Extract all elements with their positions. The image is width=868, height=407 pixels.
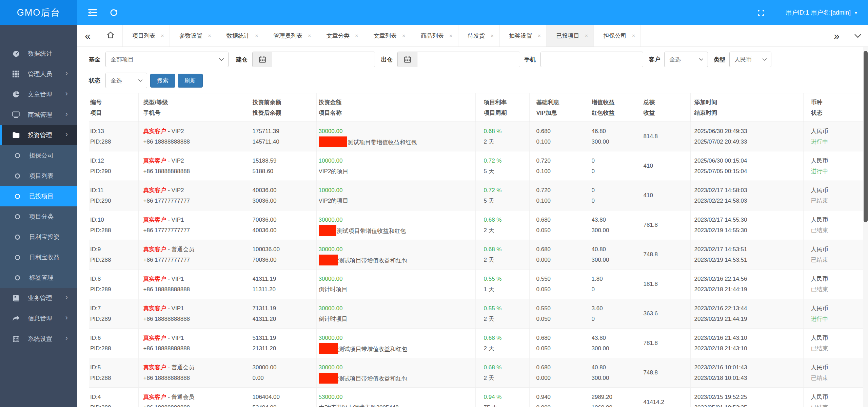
tab-2[interactable]: 数据统计× [217,25,264,47]
tab-close-icon[interactable]: × [491,33,494,39]
sidebar-item-14[interactable]: 系统设置› [0,329,77,349]
tab-7[interactable]: 待发货× [458,25,500,47]
sidebar-item-6[interactable]: 项目列表 [0,166,77,186]
sidebar-toggle-icon[interactable] [82,0,103,25]
tab-close-icon[interactable]: × [355,33,358,39]
circle-icon [14,214,21,220]
type-select[interactable]: 人民币 [729,52,771,67]
tab-5[interactable]: 文章列表× [364,25,411,47]
fullscreen-icon[interactable] [750,0,771,25]
tab-10[interactable]: 担保公司× [594,25,641,47]
sidebar-item-7[interactable]: 已投项目 [0,186,77,206]
sidebar-item-11[interactable]: 标签管理 [0,267,77,288]
sidebar-item-12[interactable]: 业务管理› [0,288,77,308]
sidebar-item-8[interactable]: 项目分类 [0,206,77,227]
cell-id: ID:9PID:288 [89,240,138,270]
column-header: 项目利率项目周期 [475,93,529,122]
sidebar-item-5[interactable]: 担保公司 [0,145,77,166]
tab-home[interactable] [98,25,123,47]
sidebar-item-3[interactable]: 商城管理› [0,105,77,125]
scrollbar-thumb[interactable] [864,51,868,222]
phone-input[interactable] [540,52,643,67]
topbar: GMO后台 用户ID:1 用户名:[admin] ▼ [0,0,868,25]
sidebar: 数据统计管理人员›文章管理›商城管理›投资管理›担保公司项目列表已投项目项目分类… [0,25,77,407]
cell-total-profit: 748.8 [638,240,690,270]
refresh-button[interactable]: 刷新 [178,74,203,88]
tab-9[interactable]: 已投项目× [547,25,594,47]
fund-select[interactable]: 全部项目 [105,52,229,67]
open-date-input[interactable] [272,52,375,67]
tab-4[interactable]: 文章分类× [317,25,364,47]
tab-close-icon[interactable]: × [208,33,211,39]
cell-balance: 15188.595188.60 [249,151,316,181]
filter-row-1: 基金 全部项目 建仓 出仓 [89,52,863,67]
close-date-group [397,52,520,67]
cell-currency-status: 人民币已结束 [803,210,863,240]
tab-close-icon[interactable]: × [449,33,453,39]
tab-1[interactable]: 参数设置× [170,25,217,47]
cell-time: 2023/02/17 14:53:512023/02/19 14:53:51 [690,240,803,270]
chevron-right-icon: › [65,69,68,78]
cell-interest: 0.9400.000 [529,388,586,407]
cell-balance: 30000.000.00 [249,358,316,388]
sidebar-item-10[interactable]: 日利宝收益 [0,247,77,267]
tab-3[interactable]: 管理员列表× [264,25,317,47]
sidebar-item-9[interactable]: 日利宝投资 [0,227,77,247]
cell-amount-project: 30000.00测试项目带增值收益和红包 [316,240,475,270]
refresh-icon[interactable] [103,0,124,25]
customer-select[interactable]: 全选 [664,52,708,67]
tab-label: 担保公司 [603,32,626,40]
cell-interest: 0.5500.050 [529,270,586,299]
tab-close-icon[interactable]: × [538,33,541,39]
monitor-icon [12,111,20,118]
cell-balance: 71311.1941311.20 [249,299,316,329]
search-button[interactable]: 搜索 [150,74,175,88]
cell-id: ID:7PID:289 [89,299,138,329]
cell-id: ID:5PID:288 [89,358,138,388]
tab-close-icon[interactable]: × [308,33,311,39]
sidebar-item-4[interactable]: 投资管理› [0,125,77,145]
cell-customer: 真实客户 - VIP2+86 18888888888 [138,151,249,181]
cell-interest: 0.6800.000 [529,358,586,388]
sidebar-item-0[interactable]: 数据统计 [0,43,77,64]
tab-8[interactable]: 抽奖设置× [500,25,547,47]
cell-bonus: 46.80300.00 [586,122,638,151]
tab-close-icon[interactable]: × [402,33,406,39]
close-date-input[interactable] [417,52,520,67]
table-row: ID:9PID:288真实客户 - 普通会员+86 17777777777100… [89,240,863,270]
sidebar-item-2[interactable]: 文章管理› [0,84,77,105]
tab-close-icon[interactable]: × [255,33,258,39]
calendar-icon[interactable] [398,52,417,67]
calendar-icon[interactable] [253,52,272,67]
cell-rate-period: 0.55 %2 天 [475,299,529,329]
tabbar-spacer [641,25,826,47]
sidebar-item-label: 日利宝收益 [29,253,60,261]
tab-close-icon[interactable]: × [632,33,635,39]
cell-time: 2023/02/16 10:01:432023/02/18 10:01:43 [690,358,803,388]
chevron-right-icon: › [65,110,68,118]
cell-total-profit: 781.8 [638,210,690,240]
cell-total-profit: 748.8 [638,358,690,388]
tab-6[interactable]: 商品列表× [411,25,458,47]
chevron-right-icon: › [65,130,68,139]
column-header: 投资前余额投资后余额 [249,93,316,122]
sidebar-item-label: 标签管理 [29,274,54,282]
cell-id: ID:10PID:288 [89,210,138,240]
status-select-value: 全选 [111,77,122,85]
column-header: 编号项目 [89,93,138,122]
tab-0[interactable]: 项目列表× [123,25,170,47]
sidebar-item-1[interactable]: 管理人员› [0,64,77,84]
cell-customer: 真实客户 - VIP1+86 18888888888 [138,299,249,329]
sidebar-item-13[interactable]: 信息管理› [0,308,77,329]
tabs-scroll-right-button[interactable]: » [826,25,847,47]
user-menu[interactable]: 用户ID:1 用户名:[admin] ▼ [786,8,858,17]
status-select[interactable]: 全选 [105,73,147,88]
cell-id: ID:4PID:288 [89,388,138,407]
tab-close-icon[interactable]: × [161,33,164,39]
cell-amount-project: 30000.00倒计时项目 [316,270,475,299]
tabs-scroll-left-button[interactable]: « [77,25,98,47]
sidebar-item-label: 项目分类 [29,212,54,221]
tab-close-icon[interactable]: × [585,33,588,39]
cell-customer: 真实客户 - VIP1+86 17777777777 [138,210,249,240]
tabs-menu-button[interactable] [847,25,868,47]
